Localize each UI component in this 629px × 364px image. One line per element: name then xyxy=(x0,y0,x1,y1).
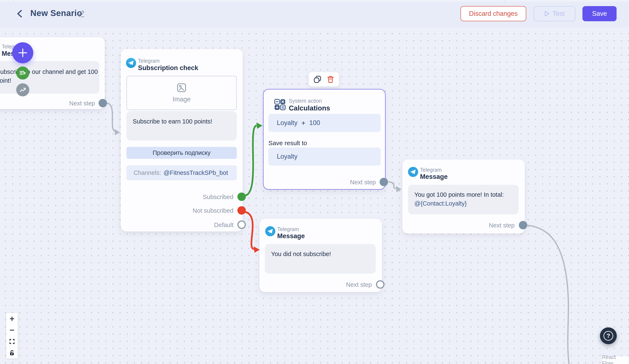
telegram-icon xyxy=(126,58,136,68)
save-result-value: Loyalty xyxy=(277,153,298,160)
back-button[interactable] xyxy=(15,9,25,18)
edit-title-icon[interactable] xyxy=(77,9,86,18)
next-step-handle[interactable] xyxy=(99,99,107,107)
node-fail-message[interactable]: Telegram Message You did not subscribe! … xyxy=(260,219,382,292)
node-calculations[interactable]: System action Calculations Loyalty + 100… xyxy=(263,89,385,189)
zoom-in-button[interactable] xyxy=(6,313,18,324)
trending-up-icon xyxy=(19,86,26,94)
discard-changes-button[interactable]: Discard changes xyxy=(461,6,526,21)
minus-icon xyxy=(9,327,15,333)
node-app-label: Telegram xyxy=(138,58,160,64)
node-title: Message xyxy=(420,173,448,181)
formula-field[interactable]: Loyalty + 100 xyxy=(268,114,381,132)
message-bubble: You did not subscribe! xyxy=(265,244,376,273)
statistics-button[interactable] xyxy=(16,83,29,96)
channels-label: Channels: xyxy=(134,169,161,176)
edge-arrow xyxy=(114,129,120,135)
next-step-label: Next step xyxy=(350,179,376,186)
formula-value: 100 xyxy=(309,119,320,127)
output-label-not-subscribed: Not subscribed xyxy=(193,207,233,214)
topbar: New Senario Discard changes Test Save xyxy=(0,0,629,27)
formula-operator: + xyxy=(301,119,306,127)
next-step-handle[interactable] xyxy=(519,221,527,229)
fit-view-icon xyxy=(9,339,15,345)
output-handle-default[interactable] xyxy=(237,220,246,229)
channels-value: @FitnessTrackSPb_bot xyxy=(164,169,228,176)
calculator-icon xyxy=(274,99,286,110)
edge-arrow xyxy=(254,246,260,253)
node-app-label: Telegram xyxy=(420,167,442,173)
plus-icon xyxy=(17,47,28,58)
zoom-out-button[interactable] xyxy=(6,324,18,336)
telegram-icon xyxy=(408,167,418,177)
toggle-interactivity-button[interactable] xyxy=(6,347,18,359)
scenario-title: New Senario xyxy=(30,8,82,18)
flow-canvas[interactable]: Telegram Message Subscribe to our channe… xyxy=(0,0,629,364)
node-subscription-check[interactable]: Telegram Subscription check Image Subscr… xyxy=(121,49,243,231)
image-upload-placeholder[interactable]: Image xyxy=(126,76,237,110)
test-button[interactable]: Test xyxy=(534,6,575,21)
telegram-icon xyxy=(265,226,275,236)
channels-field[interactable]: Channels: @FitnessTrackSPb_bot xyxy=(126,165,237,180)
output-handle-not-subscribed[interactable] xyxy=(237,206,246,215)
queue-play-button[interactable] xyxy=(16,67,29,80)
output-label-subscribed: Subscribed xyxy=(203,193,233,200)
next-step-label: Next step xyxy=(489,222,515,229)
node-title: Message xyxy=(277,232,305,240)
check-subscription-button[interactable]: Проверить подписку xyxy=(126,147,237,159)
image-placeholder-label: Image xyxy=(172,95,191,103)
formula-variable: Loyalty xyxy=(277,119,298,127)
edge-arrow xyxy=(396,186,402,192)
node-category-label: System action xyxy=(289,98,322,104)
edge-start-to-subscription[interactable] xyxy=(106,103,115,131)
save-button[interactable]: Save xyxy=(582,6,617,21)
next-step-label: Next step xyxy=(69,100,95,107)
message-bubble: You got 100 points more! In total: @{Con… xyxy=(408,185,519,214)
plus-icon xyxy=(9,316,15,322)
unlock-icon xyxy=(9,350,15,356)
top-strip xyxy=(0,0,629,2)
variable-token: @{Contact:Loyalty} xyxy=(414,199,514,208)
edge-calculations-to-success[interactable] xyxy=(388,182,396,188)
fit-view-button[interactable] xyxy=(6,336,18,347)
output-handle-subscribed[interactable] xyxy=(237,192,246,201)
play-icon xyxy=(544,10,550,17)
add-step-button[interactable] xyxy=(12,42,33,63)
node-toolbar xyxy=(309,72,339,87)
edge-success-to-offscreen[interactable] xyxy=(527,225,569,364)
edge-notsubscribed-to-fail[interactable] xyxy=(245,212,254,249)
next-step-label: Next step xyxy=(346,281,372,288)
node-title: Subscription check xyxy=(138,64,198,72)
image-icon xyxy=(177,83,186,92)
message-bubble: Subscribe to our channel and get 100 poi… xyxy=(0,61,99,94)
edge-arrow xyxy=(256,122,263,129)
question-mark-icon: ? xyxy=(604,331,613,341)
duplicate-icon[interactable] xyxy=(313,75,322,84)
next-step-handle[interactable] xyxy=(376,280,384,289)
delete-icon[interactable] xyxy=(326,75,335,84)
message-bubble: Subscribe to earn 100 points! xyxy=(126,111,237,141)
canvas-controls xyxy=(6,313,18,359)
edge-subscribed-to-calculations[interactable] xyxy=(245,125,257,195)
reactflow-attribution: React Flow xyxy=(602,357,629,364)
playlist-play-icon xyxy=(19,69,26,77)
output-label-default: Default xyxy=(214,222,233,229)
next-step-handle[interactable] xyxy=(380,178,388,186)
save-result-field[interactable]: Loyalty xyxy=(268,148,381,166)
help-button[interactable]: ? xyxy=(600,327,617,344)
node-success-message[interactable]: Telegram Message You got 100 points more… xyxy=(402,160,525,234)
node-title: Calculations xyxy=(289,104,330,112)
save-result-label: Save result to xyxy=(268,140,307,147)
node-app-label: Telegram xyxy=(277,226,299,232)
